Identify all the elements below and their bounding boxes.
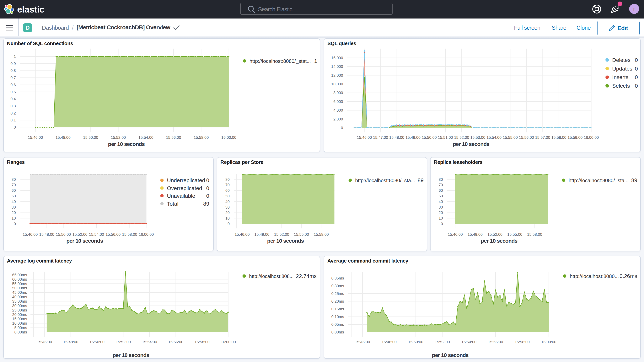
svg-text:r: r [633, 6, 635, 12]
